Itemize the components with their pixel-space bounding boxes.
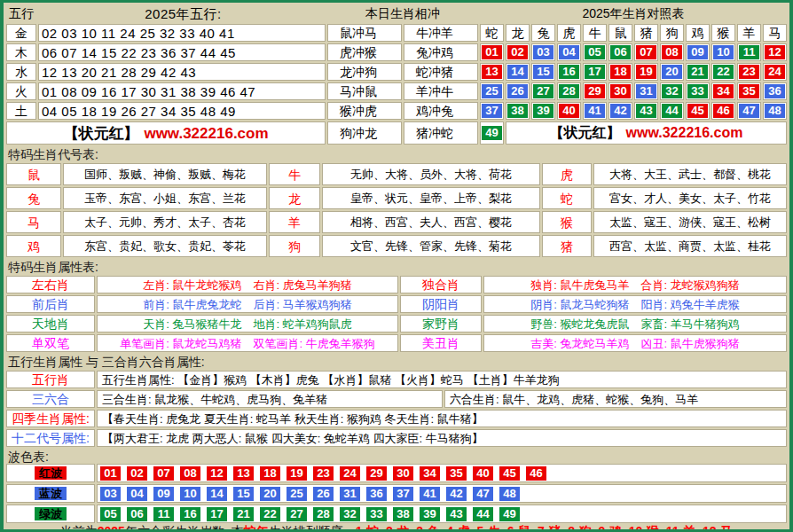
- wuxing-row: 水12 13 20 21 28 29 42 43龙冲狗蛇冲猪1314151617…: [6, 63, 787, 81]
- number-badge: 16: [180, 507, 200, 521]
- element-cell: 土: [6, 102, 36, 120]
- zodiac-number-cell: 25: [480, 82, 504, 100]
- number-badge: 47: [739, 104, 759, 118]
- footer-text-segment: 当前为: [60, 525, 98, 532]
- number-badge: 22: [260, 507, 280, 521]
- wuxing-attr-row: 三六合三合生肖: 鼠龙猴、牛蛇鸡、虎马狗、兔羊猪六合生肖: 鼠牛、龙鸡、虎猪、蛇…: [6, 390, 787, 408]
- element-numbers-cell: 01 08 09 16 17 30 31 38 39 46 47: [38, 82, 326, 100]
- number-badge: 01: [100, 466, 121, 481]
- wuxing-row: 金02 03 10 11 24 25 32 33 40 41鼠冲马牛冲羊蛇龙兔虎…: [6, 24, 787, 42]
- attr-label-cell: 天地肖: [6, 315, 95, 332]
- number-badge: 10: [713, 45, 734, 59]
- element-cell: 木: [6, 43, 36, 61]
- number-badge: 35: [446, 466, 467, 481]
- wave-label-badge: 蓝波: [35, 487, 67, 500]
- site-banner-left: 【状元红】www.322216.com: [6, 121, 326, 145]
- code-desc-cell: 国师、叛贼、神偷、叛贼、梅花: [63, 163, 267, 185]
- number-badge: 20: [662, 65, 682, 79]
- zodiac-number-cell: 03: [531, 43, 555, 61]
- number-badge: 49: [482, 126, 502, 140]
- wuxing-attrs-table: 五行肖五行生肖属性: 【金肖】猴鸡 【木肖】虎兔 【水肖】鼠猪 【火肖】蛇马 【…: [6, 371, 787, 447]
- wave-numbers-cell: 03040910141520252631363741424748: [97, 484, 787, 503]
- attr-label-cell: 独合肖: [400, 276, 482, 293]
- number-badge: 39: [533, 104, 554, 118]
- code-animal-cell: 兔: [6, 187, 61, 209]
- zodiac-number-cell: 46: [711, 102, 735, 120]
- number-badge: 24: [765, 65, 785, 79]
- code-row: 马太子、元帅、秀才、太子、杏花羊相将、西宫、夫人、西宫、樱花猴太监、寇王、游侠、…: [6, 211, 787, 233]
- clash-cell: 猪冲蛇: [404, 121, 478, 145]
- site-url-link[interactable]: www.322216.com: [626, 126, 743, 140]
- zodiac-number-cell: 19: [634, 63, 658, 81]
- element-numbers-cell: 06 07 14 15 22 23 36 37 44 45: [38, 43, 326, 61]
- element-cell: 金: [6, 24, 36, 42]
- wave-numbers-cell: 05061116172122272832333839434449: [97, 505, 787, 523]
- number-badge: 27: [287, 507, 307, 521]
- zodiac-number-cell: 12: [763, 43, 787, 61]
- number-badge: 23: [313, 466, 334, 481]
- number-badge: 48: [765, 104, 785, 118]
- number-badge: 42: [610, 104, 631, 118]
- clash-table-header: 本日生肖相冲: [327, 4, 478, 22]
- zodiac-number-cell: 20: [660, 63, 684, 81]
- clash-cell: 牛冲羊: [404, 24, 478, 42]
- number-badge: 40: [559, 104, 579, 118]
- zodiac-number-cell: 27: [531, 82, 555, 100]
- number-badge: 25: [482, 84, 502, 98]
- site-url-link[interactable]: www.322216.com: [144, 126, 268, 141]
- clash-cell: 鸡冲兔: [404, 102, 478, 120]
- clash-cell: 狗冲龙: [327, 121, 402, 145]
- wuxing-row: 火01 08 09 16 17 30 31 38 39 46 47马冲鼠羊冲牛2…: [6, 82, 787, 100]
- zodiac-number-cell: 30: [608, 82, 632, 100]
- code-animal-cell: 狗: [269, 235, 320, 257]
- number-badge: 05: [585, 45, 605, 59]
- code-desc-cell: 无帅、大将、员外、大将、荷花: [322, 163, 540, 185]
- number-badge: 07: [153, 466, 174, 481]
- number-badge: 15: [533, 65, 554, 79]
- number-badge: 08: [662, 45, 682, 59]
- number-badge: 28: [313, 507, 334, 521]
- table-header-row: 五行 2025年五行: 本日生肖相冲 2025年生肖对照表: [6, 4, 787, 22]
- code-animal-cell: 鼠: [6, 163, 61, 185]
- zodiac-number-cell: 36: [763, 82, 787, 100]
- code-row: 鸡东宫、贵妃、歌女、贵妃、苓花狗文官、先锋、管家、先锋、菊花猪西宫、太监、商贾、…: [6, 235, 787, 257]
- attr-row: 单双笔单笔画肖: 鼠龙蛇马鸡猪 双笔画肖: 牛虎兔羊猴狗美丑肖吉美: 兔龙蛇马羊…: [6, 334, 787, 352]
- code-animal-cell: 鸡: [6, 235, 61, 257]
- number-badge: 26: [313, 487, 334, 501]
- number-badge: 09: [687, 45, 708, 59]
- number-badge: 21: [233, 507, 254, 521]
- number-badge: 45: [687, 104, 708, 118]
- footer-text-segment: 生肖排列顺序：: [269, 525, 356, 532]
- wave-label-badge: 红波: [35, 466, 67, 480]
- number-badge: 19: [287, 466, 307, 481]
- zodiac-animal-cell: 蛇: [480, 24, 504, 42]
- zodiac-number-cell: 11: [737, 43, 761, 61]
- number-badge: 40: [473, 466, 493, 481]
- wuxing-attr-text-cell: 【两大君王: 龙虎 两大恶人: 鼠猴 四大美女: 兔蛇羊鸡 四大家臣: 牛马猪狗…: [97, 429, 787, 447]
- attr-row: 前后肖前肖: 鼠牛虎兔龙蛇 后肖: 马羊猴鸡狗猪阴阳肖阴肖: 鼠龙马蛇狗猪 阳肖…: [6, 295, 787, 313]
- zodiac-number-cell: 44: [660, 102, 684, 120]
- code-desc-cell: 玉帝、东宫、小姐、东宫、兰花: [63, 187, 267, 209]
- attr-row: 天地肖天肖: 兔马猴猪牛龙 地肖: 蛇羊鸡狗鼠虎家野肖野兽: 猴蛇龙兔虎鼠 家畜…: [6, 315, 787, 332]
- element-numbers-cell: 04 05 18 19 26 27 34 35 48 49: [38, 102, 326, 120]
- number-badge: 39: [420, 507, 440, 521]
- number-badge: 24: [340, 466, 360, 481]
- number-badge: 31: [340, 487, 360, 501]
- number-badge: 35: [739, 84, 759, 98]
- top-red-accent-bar: [344, 0, 511, 3]
- zodiac-attrs-table: 左右肖左肖: 鼠牛龙蛇猴鸡 右肖: 虎兔马羊狗猪独合肖独肖: 鼠牛虎兔马羊 合肖…: [6, 276, 787, 352]
- number-badge: 20: [260, 487, 280, 501]
- number-badge: 38: [507, 104, 528, 118]
- number-badge: 34: [420, 466, 440, 481]
- attr-label-cell: 单双笔: [6, 334, 95, 352]
- number-badge: 42: [446, 487, 467, 501]
- number-badge: 03: [533, 45, 554, 59]
- zodiac-number-cell: 23: [737, 63, 761, 81]
- number-badge: 15: [233, 487, 254, 501]
- zodiac-animal-cell: 猪: [634, 24, 658, 42]
- number-badge: 30: [393, 466, 413, 481]
- zodiac-number-cell: 48: [763, 102, 787, 120]
- code-animal-cell: 马: [6, 211, 61, 233]
- number-badge: 14: [507, 65, 528, 79]
- number-badge: 36: [366, 487, 387, 501]
